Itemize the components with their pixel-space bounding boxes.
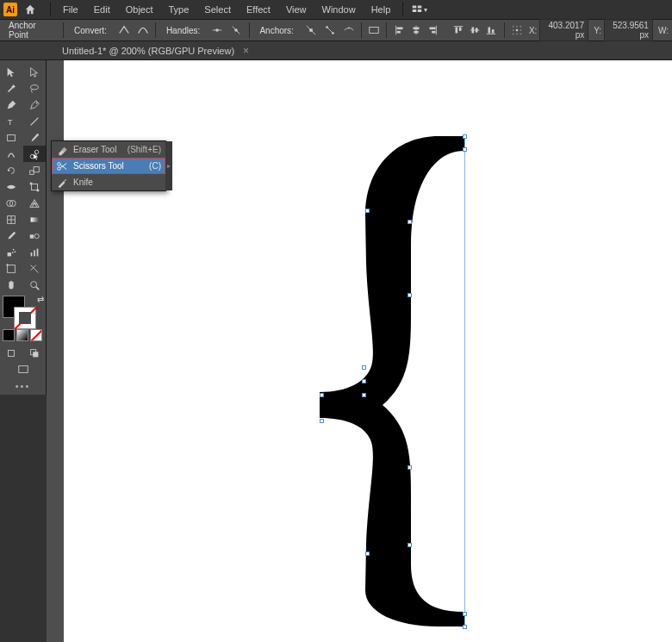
anchor-point[interactable] (408, 220, 412, 224)
shaper-tool-icon[interactable] (0, 146, 23, 162)
rotate-tool-icon[interactable] (0, 162, 23, 178)
svg-rect-72 (8, 265, 16, 272)
color-mode-icon[interactable] (3, 329, 15, 341)
flyout-item-knife[interactable]: Knife (52, 174, 165, 190)
anchor-point[interactable] (320, 393, 324, 397)
menu-select[interactable]: Select (197, 2, 238, 17)
anchor-point[interactable] (463, 134, 467, 139)
perspective-grid-tool-icon[interactable] (23, 195, 47, 211)
align-top-icon[interactable] (451, 22, 466, 38)
zoom-tool-icon[interactable] (23, 277, 47, 293)
mesh-tool-icon[interactable] (0, 211, 23, 228)
svg-point-67 (15, 251, 16, 252)
gradient-mode-icon[interactable] (16, 329, 28, 341)
anchors-cut-icon[interactable] (342, 22, 356, 38)
anchor-point[interactable] (365, 209, 370, 213)
draw-normal-icon[interactable] (0, 345, 23, 361)
menu-window[interactable]: Window (315, 2, 363, 17)
anchor-point[interactable] (408, 293, 412, 297)
svg-point-39 (513, 34, 514, 35)
curvature-tool-icon[interactable] (23, 97, 47, 113)
gradient-tool-icon[interactable] (23, 211, 47, 228)
lasso-tool-icon[interactable] (23, 80, 47, 97)
menu-help[interactable]: Help (364, 2, 398, 17)
type-tool-icon[interactable]: T (0, 113, 23, 129)
convert-corner-icon[interactable] (117, 22, 131, 38)
anchors-connect-icon[interactable] (323, 22, 337, 38)
flyout-item-scissors[interactable]: Scissors Tool (C) (52, 158, 165, 174)
stroke-swatch[interactable] (14, 307, 36, 329)
hand-tool-icon[interactable] (0, 277, 23, 293)
svg-point-38 (520, 29, 521, 31)
align-hcenter-icon[interactable] (408, 22, 424, 38)
fill-stroke-swatches[interactable]: ⇄ (0, 293, 46, 327)
anchor-point[interactable] (362, 365, 366, 370)
edit-toolbar-icon[interactable]: ••• (0, 377, 46, 395)
menu-object[interactable]: Object (119, 2, 160, 17)
handles-hide-icon[interactable] (229, 22, 243, 38)
align-left-icon[interactable] (392, 22, 408, 38)
blend-tool-icon[interactable] (23, 228, 47, 244)
align-vcenter-icon[interactable] (467, 22, 482, 38)
swap-fill-stroke-icon[interactable]: ⇄ (37, 295, 44, 304)
menu-type[interactable]: Type (162, 2, 196, 17)
slice-tool-icon[interactable] (23, 260, 47, 277)
selection-tool-icon[interactable] (0, 64, 23, 80)
anchor-point[interactable] (463, 147, 467, 152)
svg-point-68 (12, 252, 14, 253)
shape-builder-tool-icon[interactable] (0, 195, 23, 211)
anchor-point[interactable] (408, 543, 412, 547)
screen-mode-icon[interactable] (0, 361, 46, 377)
svg-rect-3 (418, 9, 422, 12)
anchor-point[interactable] (362, 379, 366, 383)
menu-effect[interactable]: Effect (240, 2, 277, 17)
align-right-icon[interactable] (425, 22, 440, 38)
menu-view[interactable]: View (279, 2, 314, 17)
anchor-point[interactable] (408, 465, 412, 470)
menu-edit[interactable]: Edit (87, 2, 117, 17)
reference-point-icon[interactable] (510, 22, 524, 38)
tools-panel: T ⇄ ••• (0, 60, 47, 395)
y-value[interactable]: 523.9561 px (604, 19, 653, 41)
line-tool-icon[interactable] (23, 113, 47, 129)
flyout-tearoff-icon[interactable]: ▸ (165, 141, 172, 190)
svg-rect-69 (30, 252, 32, 256)
tab-close-icon[interactable]: × (243, 45, 249, 57)
svg-rect-54 (31, 184, 37, 190)
handles-show-icon[interactable] (210, 22, 224, 38)
free-transform-tool-icon[interactable] (23, 178, 47, 195)
svg-rect-79 (33, 352, 38, 357)
home-icon[interactable] (22, 2, 38, 17)
direct-selection-tool-icon[interactable] (23, 64, 47, 80)
workspace-switcher-icon[interactable]: ▾ (412, 3, 427, 16)
flyout-item-eraser[interactable]: Eraser Tool (Shift+E) (52, 141, 165, 158)
paintbrush-tool-icon[interactable] (23, 129, 47, 146)
align-bottom-icon[interactable] (483, 22, 499, 38)
scale-tool-icon[interactable] (23, 162, 47, 178)
anchor-point[interactable] (320, 419, 324, 423)
anchor-point[interactable] (463, 612, 467, 616)
anchor-point[interactable] (463, 625, 467, 629)
eyedropper-tool-icon[interactable] (0, 228, 23, 244)
convert-smooth-icon[interactable] (136, 22, 150, 38)
anchor-point[interactable] (362, 393, 366, 397)
svg-rect-28 (471, 28, 474, 34)
anchor-point[interactable] (365, 552, 370, 556)
artboard-tool-icon[interactable] (0, 260, 23, 277)
symbol-sprayer-tool-icon[interactable] (0, 244, 23, 260)
menu-file[interactable]: File (56, 2, 85, 17)
document-tab[interactable]: Untitled-1* @ 200% (RGB/GPU Preview) × (53, 42, 258, 59)
brace-shape[interactable] (318, 134, 469, 629)
x-value[interactable]: 403.2017 px (539, 19, 588, 41)
svg-rect-2 (413, 9, 417, 12)
isolate-icon[interactable] (367, 22, 381, 38)
graph-tool-icon[interactable] (23, 244, 47, 260)
pen-tool-icon[interactable] (0, 97, 23, 113)
anchors-remove-icon[interactable] (304, 22, 318, 38)
draw-behind-icon[interactable] (23, 345, 47, 361)
none-mode-icon[interactable] (30, 329, 42, 341)
width-tool-icon[interactable] (0, 178, 23, 195)
magic-wand-tool-icon[interactable] (0, 80, 23, 97)
rectangle-tool-icon[interactable] (0, 129, 23, 146)
eraser-tool-icon[interactable] (23, 146, 47, 162)
